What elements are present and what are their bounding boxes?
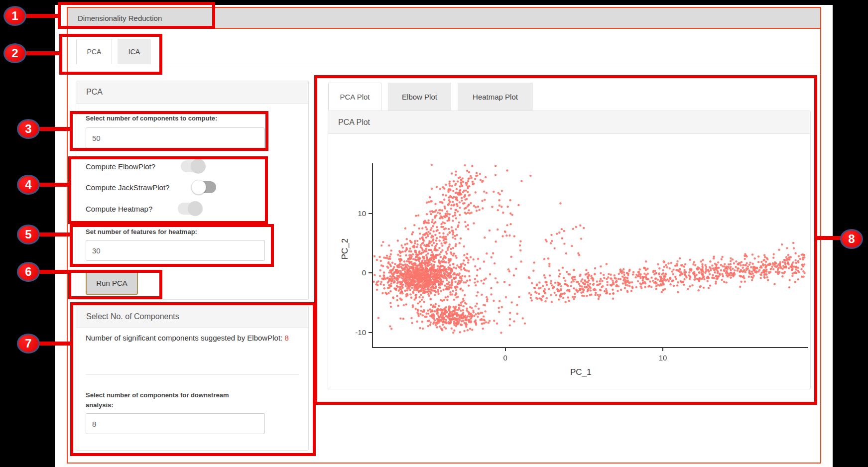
- x-axis-title: PC_1: [570, 367, 592, 377]
- screenshot-root: Dimensionality Reduction PCA ICA PCA Sel…: [0, 0, 868, 467]
- suggestion-value: 8: [284, 334, 288, 342]
- toggle-knob: [188, 201, 203, 216]
- y-tick-label: -10: [344, 328, 366, 337]
- annotation-line-4: [36, 183, 69, 187]
- y-tick: [369, 272, 372, 273]
- pca-panel-header: PCA: [76, 81, 308, 104]
- annotation-callout-2: 2: [3, 43, 26, 63]
- x-tick: [662, 347, 663, 351]
- downstream-components-input[interactable]: [86, 413, 265, 434]
- heatmap-features-input[interactable]: [86, 240, 265, 261]
- tab-heatmap-plot[interactable]: Heatmap Plot: [458, 83, 533, 111]
- tab-ica[interactable]: ICA: [118, 39, 151, 64]
- annotation-callout-4: 4: [17, 175, 40, 195]
- page-header: Dimensionality Reduction: [68, 8, 820, 29]
- toggle-knob: [191, 180, 206, 195]
- tab-pca-plot[interactable]: PCA Plot: [328, 83, 381, 111]
- run-pca-button[interactable]: Run PCA: [86, 271, 138, 295]
- annotation-line-6: [36, 270, 69, 274]
- annotation-line-1: [22, 14, 59, 18]
- components-count-input[interactable]: [86, 127, 265, 148]
- pca-scatter-plot: 010-10010: [373, 163, 808, 348]
- toggle-elbowplot[interactable]: [181, 160, 204, 172]
- y-tick: [369, 213, 372, 214]
- y-tick-label: 10: [344, 209, 366, 218]
- page-title: Dimensionality Reduction: [78, 14, 162, 22]
- annotation-line-8: [817, 236, 841, 240]
- tab-elbow-plot[interactable]: Elbow Plot: [388, 83, 451, 111]
- x-tick: [505, 347, 506, 351]
- select-components-header: Select No. of Components: [76, 305, 308, 328]
- select-components-title: Select No. of Components: [86, 312, 179, 321]
- suggestion-text: Number of significant components suggest…: [86, 333, 295, 344]
- annotation-line-5: [36, 233, 71, 236]
- toggle-knob: [191, 159, 206, 174]
- annotation-callout-1: 1: [3, 6, 26, 26]
- toggle-jackstraw-label: Compute JackStrawPlot?: [86, 183, 169, 192]
- scatter-canvas: [373, 163, 808, 348]
- y-axis-line: [372, 163, 373, 348]
- toggle-elbowplot-label: Compute ElbowPlot?: [86, 162, 155, 171]
- toggle-heatmap-label: Compute Heatmap?: [86, 205, 152, 213]
- x-axis-line: [372, 347, 808, 348]
- toggle-heatmap[interactable]: [178, 203, 201, 215]
- annotation-callout-8: 8: [840, 229, 863, 249]
- annotation-callout-3: 3: [17, 119, 40, 139]
- annotation-line-2: [22, 51, 60, 55]
- annotation-callout-5: 5: [17, 225, 40, 244]
- x-tick-label: 10: [652, 353, 674, 362]
- pca-panel-title: PCA: [86, 88, 103, 97]
- x-tick-label: 0: [495, 353, 516, 362]
- heatmap-features-label: Set number of features for heatmap:: [86, 228, 197, 235]
- downstream-components-label: Select number of components for downstre…: [86, 390, 250, 410]
- annotation-callout-7: 7: [17, 334, 40, 353]
- annotation-line-7: [36, 342, 71, 346]
- components-count-label: Select number of components to compute:: [86, 115, 217, 122]
- pca-plot-panel-header: PCA Plot: [328, 111, 810, 134]
- toggle-jackstraw[interactable]: [193, 181, 216, 193]
- annotation-callout-6: 6: [17, 262, 40, 282]
- tab-pca[interactable]: PCA: [76, 39, 112, 64]
- pca-plot-panel-title: PCA Plot: [338, 118, 370, 127]
- tabbar-divider: [68, 64, 820, 64]
- y-tick: [369, 332, 372, 333]
- suggestion-text-body: Number of significant components suggest…: [86, 334, 284, 342]
- divider: [86, 374, 299, 375]
- y-axis-title: PC_2: [340, 238, 350, 260]
- annotation-line-3: [36, 127, 71, 131]
- y-tick-label: 0: [344, 268, 366, 277]
